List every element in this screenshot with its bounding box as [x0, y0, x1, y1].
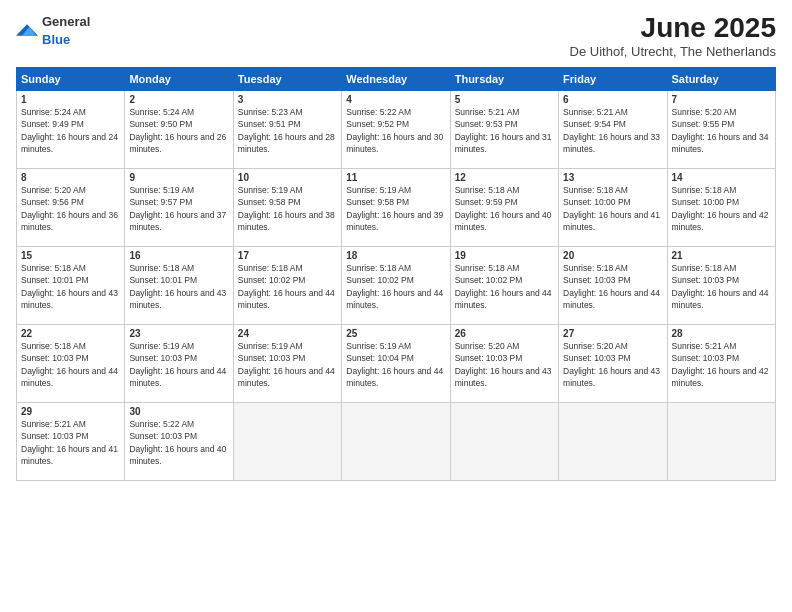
day-info: Sunrise: 5:19 AM Sunset: 10:03 PM Daylig…: [238, 340, 337, 389]
day-info: Sunrise: 5:18 AM Sunset: 10:00 PM Daylig…: [563, 184, 662, 233]
title-block: June 2025 De Uithof, Utrecht, The Nether…: [570, 12, 776, 59]
col-wednesday: Wednesday: [342, 68, 450, 91]
header-row: Sunday Monday Tuesday Wednesday Thursday…: [17, 68, 776, 91]
day-number: 25: [346, 328, 445, 339]
day-info: Sunrise: 5:20 AM Sunset: 9:55 PM Dayligh…: [672, 106, 771, 155]
day-info: Sunrise: 5:20 AM Sunset: 9:56 PM Dayligh…: [21, 184, 120, 233]
day-cell: 10 Sunrise: 5:19 AM Sunset: 9:58 PM Dayl…: [233, 169, 341, 247]
day-number: 27: [563, 328, 662, 339]
empty-cell: [233, 403, 341, 481]
day-cell: 30 Sunrise: 5:22 AM Sunset: 10:03 PM Day…: [125, 403, 233, 481]
calendar-table: Sunday Monday Tuesday Wednesday Thursday…: [16, 67, 776, 481]
day-number: 12: [455, 172, 554, 183]
day-cell: 6 Sunrise: 5:21 AM Sunset: 9:54 PM Dayli…: [559, 91, 667, 169]
day-number: 2: [129, 94, 228, 105]
day-cell: 1 Sunrise: 5:24 AM Sunset: 9:49 PM Dayli…: [17, 91, 125, 169]
day-number: 17: [238, 250, 337, 261]
day-number: 1: [21, 94, 120, 105]
day-cell: 19 Sunrise: 5:18 AM Sunset: 10:02 PM Day…: [450, 247, 558, 325]
day-cell: 3 Sunrise: 5:23 AM Sunset: 9:51 PM Dayli…: [233, 91, 341, 169]
day-number: 16: [129, 250, 228, 261]
day-cell: 4 Sunrise: 5:22 AM Sunset: 9:52 PM Dayli…: [342, 91, 450, 169]
day-cell: 15 Sunrise: 5:18 AM Sunset: 10:01 PM Day…: [17, 247, 125, 325]
day-number: 22: [21, 328, 120, 339]
day-info: Sunrise: 5:19 AM Sunset: 10:03 PM Daylig…: [129, 340, 228, 389]
col-monday: Monday: [125, 68, 233, 91]
day-number: 4: [346, 94, 445, 105]
day-info: Sunrise: 5:21 AM Sunset: 10:03 PM Daylig…: [672, 340, 771, 389]
day-number: 5: [455, 94, 554, 105]
calendar-row: 29 Sunrise: 5:21 AM Sunset: 10:03 PM Day…: [17, 403, 776, 481]
day-number: 18: [346, 250, 445, 261]
day-number: 3: [238, 94, 337, 105]
page: General Blue June 2025 De Uithof, Utrech…: [0, 0, 792, 612]
day-cell: 16 Sunrise: 5:18 AM Sunset: 10:01 PM Day…: [125, 247, 233, 325]
col-friday: Friday: [559, 68, 667, 91]
day-info: Sunrise: 5:18 AM Sunset: 10:00 PM Daylig…: [672, 184, 771, 233]
day-cell: 24 Sunrise: 5:19 AM Sunset: 10:03 PM Day…: [233, 325, 341, 403]
day-info: Sunrise: 5:18 AM Sunset: 10:03 PM Daylig…: [672, 262, 771, 311]
day-number: 30: [129, 406, 228, 417]
calendar-row: 15 Sunrise: 5:18 AM Sunset: 10:01 PM Day…: [17, 247, 776, 325]
day-number: 20: [563, 250, 662, 261]
day-info: Sunrise: 5:18 AM Sunset: 10:01 PM Daylig…: [21, 262, 120, 311]
day-info: Sunrise: 5:21 AM Sunset: 10:03 PM Daylig…: [21, 418, 120, 467]
header: General Blue June 2025 De Uithof, Utrech…: [16, 12, 776, 59]
day-info: Sunrise: 5:18 AM Sunset: 10:02 PM Daylig…: [455, 262, 554, 311]
calendar-row: 1 Sunrise: 5:24 AM Sunset: 9:49 PM Dayli…: [17, 91, 776, 169]
day-cell: 13 Sunrise: 5:18 AM Sunset: 10:00 PM Day…: [559, 169, 667, 247]
empty-cell: [342, 403, 450, 481]
day-info: Sunrise: 5:20 AM Sunset: 10:03 PM Daylig…: [455, 340, 554, 389]
day-cell: 9 Sunrise: 5:19 AM Sunset: 9:57 PM Dayli…: [125, 169, 233, 247]
day-number: 24: [238, 328, 337, 339]
day-info: Sunrise: 5:19 AM Sunset: 9:57 PM Dayligh…: [129, 184, 228, 233]
day-number: 7: [672, 94, 771, 105]
day-info: Sunrise: 5:22 AM Sunset: 10:03 PM Daylig…: [129, 418, 228, 467]
day-number: 26: [455, 328, 554, 339]
day-number: 8: [21, 172, 120, 183]
day-info: Sunrise: 5:21 AM Sunset: 9:54 PM Dayligh…: [563, 106, 662, 155]
day-cell: 7 Sunrise: 5:20 AM Sunset: 9:55 PM Dayli…: [667, 91, 775, 169]
day-info: Sunrise: 5:24 AM Sunset: 9:49 PM Dayligh…: [21, 106, 120, 155]
day-number: 13: [563, 172, 662, 183]
day-number: 15: [21, 250, 120, 261]
logo-general: General: [42, 14, 90, 29]
logo-blue: Blue: [42, 32, 70, 47]
day-number: 11: [346, 172, 445, 183]
day-number: 10: [238, 172, 337, 183]
day-cell: 20 Sunrise: 5:18 AM Sunset: 10:03 PM Day…: [559, 247, 667, 325]
day-cell: 11 Sunrise: 5:19 AM Sunset: 9:58 PM Dayl…: [342, 169, 450, 247]
day-info: Sunrise: 5:21 AM Sunset: 9:53 PM Dayligh…: [455, 106, 554, 155]
logo-text: General Blue: [42, 12, 90, 48]
day-cell: 22 Sunrise: 5:18 AM Sunset: 10:03 PM Day…: [17, 325, 125, 403]
logo-icon: [16, 21, 38, 39]
day-info: Sunrise: 5:18 AM Sunset: 10:03 PM Daylig…: [21, 340, 120, 389]
day-info: Sunrise: 5:19 AM Sunset: 9:58 PM Dayligh…: [238, 184, 337, 233]
day-number: 9: [129, 172, 228, 183]
day-number: 29: [21, 406, 120, 417]
day-info: Sunrise: 5:19 AM Sunset: 10:04 PM Daylig…: [346, 340, 445, 389]
day-info: Sunrise: 5:24 AM Sunset: 9:50 PM Dayligh…: [129, 106, 228, 155]
col-tuesday: Tuesday: [233, 68, 341, 91]
day-cell: 17 Sunrise: 5:18 AM Sunset: 10:02 PM Day…: [233, 247, 341, 325]
day-cell: 21 Sunrise: 5:18 AM Sunset: 10:03 PM Day…: [667, 247, 775, 325]
day-cell: 23 Sunrise: 5:19 AM Sunset: 10:03 PM Day…: [125, 325, 233, 403]
day-cell: 27 Sunrise: 5:20 AM Sunset: 10:03 PM Day…: [559, 325, 667, 403]
day-info: Sunrise: 5:18 AM Sunset: 10:01 PM Daylig…: [129, 262, 228, 311]
day-info: Sunrise: 5:20 AM Sunset: 10:03 PM Daylig…: [563, 340, 662, 389]
logo: General Blue: [16, 12, 90, 48]
day-cell: 12 Sunrise: 5:18 AM Sunset: 9:59 PM Dayl…: [450, 169, 558, 247]
day-number: 23: [129, 328, 228, 339]
empty-cell: [559, 403, 667, 481]
day-cell: 5 Sunrise: 5:21 AM Sunset: 9:53 PM Dayli…: [450, 91, 558, 169]
day-info: Sunrise: 5:19 AM Sunset: 9:58 PM Dayligh…: [346, 184, 445, 233]
day-cell: 28 Sunrise: 5:21 AM Sunset: 10:03 PM Day…: [667, 325, 775, 403]
day-info: Sunrise: 5:22 AM Sunset: 9:52 PM Dayligh…: [346, 106, 445, 155]
day-number: 6: [563, 94, 662, 105]
col-thursday: Thursday: [450, 68, 558, 91]
col-saturday: Saturday: [667, 68, 775, 91]
day-cell: 25 Sunrise: 5:19 AM Sunset: 10:04 PM Day…: [342, 325, 450, 403]
day-number: 28: [672, 328, 771, 339]
calendar-row: 8 Sunrise: 5:20 AM Sunset: 9:56 PM Dayli…: [17, 169, 776, 247]
day-number: 21: [672, 250, 771, 261]
